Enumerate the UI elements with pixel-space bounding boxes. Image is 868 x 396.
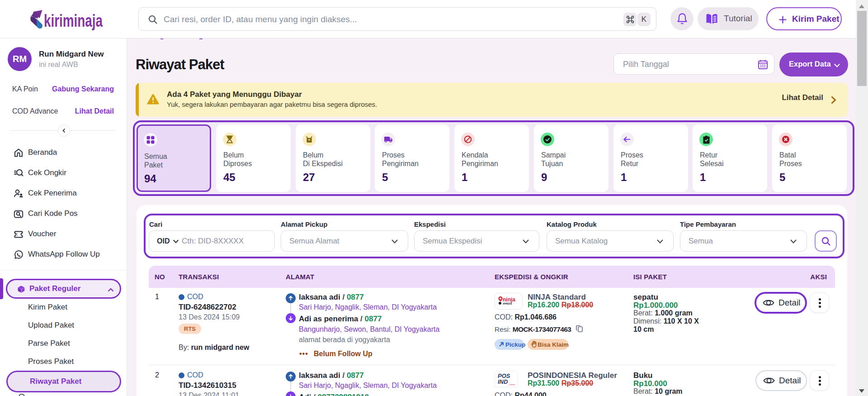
svg-text:XPRESS: XPRESS	[503, 302, 512, 305]
svg-text:ninja: ninja	[503, 296, 515, 303]
svg-text:IND: IND	[498, 378, 508, 385]
svg-text:kiriminaja: kiriminaja	[44, 11, 103, 30]
svg-text:Logistik: Logistik	[509, 383, 515, 386]
